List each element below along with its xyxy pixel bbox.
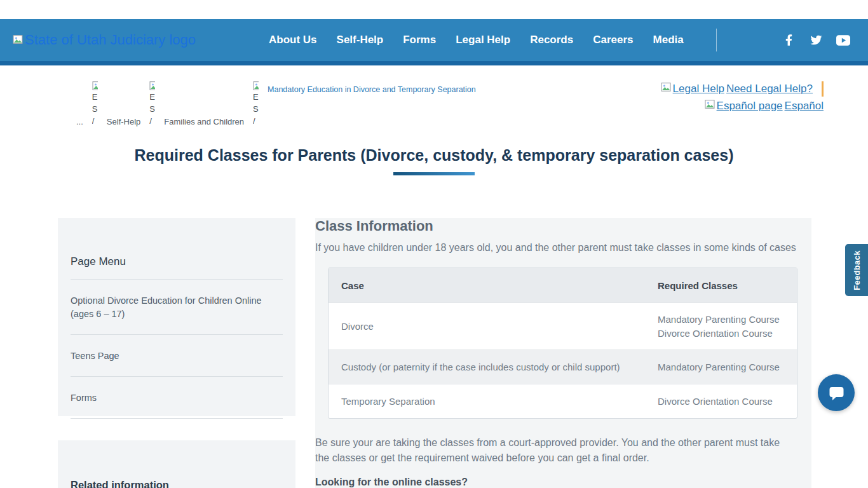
table-row: Custody (or paternity if the case includ… [329,349,797,384]
feedback-tab[interactable]: Feedback [845,244,868,296]
table-row: Temporary SeparationDivorce Orientation … [329,384,797,418]
class-information-heading: Class Information [315,218,811,234]
breadcrumb: ... ES/ Self-Help ES/ Families and Child… [76,79,476,127]
page-menu-item[interactable]: Teens Page [71,335,283,377]
separator-alt-fragment: / [92,115,98,127]
chat-bubble-icon [828,385,845,401]
main-nav: About UsSelf-HelpFormsLegal HelpRecordsC… [269,19,684,61]
page-root: State of Utah Judiciary logo About UsSel… [0,0,868,488]
table-row: DivorceMandatory Parenting CourseDivorce… [329,302,797,349]
required-classes-cell: Mandatory Parenting Course [658,350,797,384]
table-header-case: Case [329,268,658,302]
title-underline [393,172,475,175]
case-cell: Divorce [329,303,658,349]
top-navigation-bar: State of Utah Judiciary logo About UsSel… [0,19,868,65]
broken-image-icon [13,32,23,48]
table-header-required-classes: Required Classes [658,268,797,302]
required-classes-table: Case Required Classes DivorceMandatory P… [328,268,797,419]
breadcrumb-item-families-and-children[interactable]: Families and Children [164,117,244,127]
separator-alt-fragment: E [92,91,98,103]
broken-image-icon [661,82,671,95]
breadcrumb-separator-broken-image: ES/ [92,79,98,127]
broken-image-icon [705,99,715,112]
breadcrumb-separator-broken-image: ES/ [149,79,155,127]
breadcrumb-ellipsis[interactable]: ... [76,117,83,127]
quick-links: Legal Help Need Legal Help? Español page… [661,80,824,114]
legal-help-img-alt: Legal Help [673,83,724,95]
separator-alt-fragment: / [253,115,259,127]
required-classes-cell: Divorce Orientation Course [658,384,797,418]
separator-alt-fragment: E [253,91,259,103]
need-legal-help-link[interactable]: Legal Help Need Legal Help? [661,82,813,95]
separator-alt-fragment: / [149,115,155,127]
nav-item-self-help[interactable]: Self-Help [337,34,384,46]
page-menu-item[interactable]: Optional Divorce Education for Children … [71,280,283,335]
main-content: Class Information If you have children u… [315,218,811,488]
chat-button[interactable] [818,374,855,411]
page-menu-card: Page Menu Optional Divorce Education for… [58,218,295,416]
page-menu-title: Page Menu [71,218,283,280]
page-menu-item[interactable]: Forms [71,377,283,419]
nav-item-media[interactable]: Media [653,34,684,46]
feedback-label: Feedback [852,250,862,290]
online-classes-question: Looking for the online classes? [315,477,811,488]
class-name: Mandatory Parenting Course [658,360,797,374]
site-logo-broken-image[interactable]: State of Utah Judiciary logo [13,32,196,48]
page-menu-list: Optional Divorce Education for Children … [71,280,283,419]
class-name: Mandatory Parenting Course [658,313,797,327]
nav-item-careers[interactable]: Careers [593,34,633,46]
nav-item-forms[interactable]: Forms [403,34,436,46]
need-legal-help-label: Need Legal Help? [726,83,813,95]
breadcrumb-separator-broken-image: ES/ [253,79,259,127]
nav-item-legal-help[interactable]: Legal Help [456,34,510,46]
table-header-row: Case Required Classes [329,268,797,302]
nav-divider [716,29,717,51]
youtube-icon[interactable] [836,33,850,47]
twitter-icon[interactable] [809,33,823,47]
nav-item-about-us[interactable]: About Us [269,34,317,46]
class-name: Divorce Orientation Course [658,395,797,409]
logo-alt-text: State of Utah Judiciary logo [25,32,196,48]
page-title: Required Classes for Parents (Divorce, c… [0,146,868,165]
breadcrumb-current-page-link[interactable]: Mandatory Education in Divorce and Tempo… [268,85,476,94]
separator-alt-fragment: S [149,103,155,115]
intro-text: If you have children under 18 years old,… [315,242,811,254]
case-cell: Custody (or paternity if the case includ… [329,350,658,384]
facebook-icon[interactable] [782,33,796,47]
social-icons [782,19,850,61]
related-information-card: Related information [58,440,295,488]
related-information-title: Related information [71,440,283,488]
orange-accent-bar [822,81,824,97]
case-cell: Temporary Separation [329,384,658,418]
separator-alt-fragment: S [92,103,98,115]
nav-item-records[interactable]: Records [530,34,573,46]
breadcrumb-item-self-help[interactable]: Self-Help [107,117,140,127]
class-name: Divorce Orientation Course [658,327,797,341]
espanol-img-alt: Español page [717,100,783,112]
separator-alt-fragment: S [253,103,259,115]
separator-alt-fragment: E [149,91,155,103]
espanol-link[interactable]: Español page Español [705,99,824,112]
espanol-label: Español [785,100,824,112]
required-classes-cell: Mandatory Parenting CourseDivorce Orient… [658,303,797,349]
note-text: Be sure your are taking the classes from… [315,435,796,466]
